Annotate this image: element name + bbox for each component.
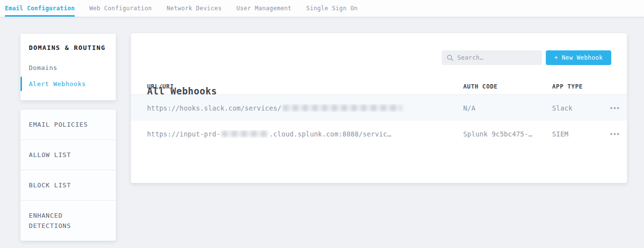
sidebar-policies-card: EMAIL POLICIES ALLOW LIST BLOCK LIST ENH… [21,110,116,241]
tab-network-devices[interactable]: Network Devices [167,0,222,17]
app-type-cell: SIEM [552,130,589,138]
app-type-cell: Slack [552,104,589,112]
sidebar-section-header: DOMAINS & ROUTING [29,44,107,51]
search-icon [447,54,453,61]
sidebar-item-domains[interactable]: Domains [21,61,116,75]
webhooks-table: URL/URI AUTH CODE APP TYPE https://hooks… [131,78,627,147]
sidebar-item-email-policies[interactable]: EMAIL POLICIES [21,110,116,139]
column-header-auth-code: AUTH CODE [463,83,552,90]
webhook-url-cell: https://hooks.slack.com/services/ [147,104,463,112]
redacted-url-segment [222,131,268,137]
redacted-url-segment [283,105,402,111]
top-nav: Email Configuration Web Configuration Ne… [0,0,644,17]
auth-code-cell: N/A [463,104,552,112]
sidebar-item-enhanced-detections[interactable]: ENHANCED DETECTIONS [21,200,116,241]
ellipsis-icon [610,107,612,109]
auth-code-cell: Splunk 9c5bc475-… [463,130,552,138]
email-configuration-page: Email Configuration Web Configuration Ne… [0,0,644,248]
sidebar-item-block-list[interactable]: BLOCK LIST [21,170,116,200]
tab-user-management[interactable]: User Management [236,0,292,17]
webhooks-panel: All Webhooks + New Webhook URL/URI AUTH … [131,33,627,183]
sidebar-item-alert-webhooks[interactable]: Alert Webhooks [21,77,116,91]
table-row: https://hooks.slack.com/services/ N/A Sl… [131,95,627,121]
sidebar-domains-routing-card: DOMAINS & ROUTING Domains Alert Webhooks [21,34,116,100]
ellipsis-icon [610,133,612,135]
tab-email-configuration[interactable]: Email Configuration [5,0,75,17]
webhook-url-text: https://hooks.slack.com/services/ [147,104,281,112]
table-header-row: URL/URI AUTH CODE APP TYPE [131,78,627,95]
webhook-search [442,50,542,65]
webhook-url-text: .cloud.splunk.com:8088/servic… [269,130,391,138]
sidebar-item-allow-list[interactable]: ALLOW LIST [21,139,116,170]
new-webhook-button[interactable]: + New Webhook [546,50,611,65]
webhook-url-text: https://input-prd- [147,130,220,138]
table-row: https://input-prd- .cloud.splunk.com:808… [131,121,627,147]
row-actions-menu-button[interactable] [589,133,627,135]
tab-web-configuration[interactable]: Web Configuration [89,0,152,17]
row-actions-menu-button[interactable] [589,107,627,109]
column-header-app-type: APP TYPE [552,83,589,90]
webhook-url-cell: https://input-prd- .cloud.splunk.com:808… [147,130,463,138]
search-input[interactable] [457,54,537,61]
tab-single-sign-on[interactable]: Single Sign On [306,0,358,17]
column-header-url: URL/URI [147,83,463,90]
